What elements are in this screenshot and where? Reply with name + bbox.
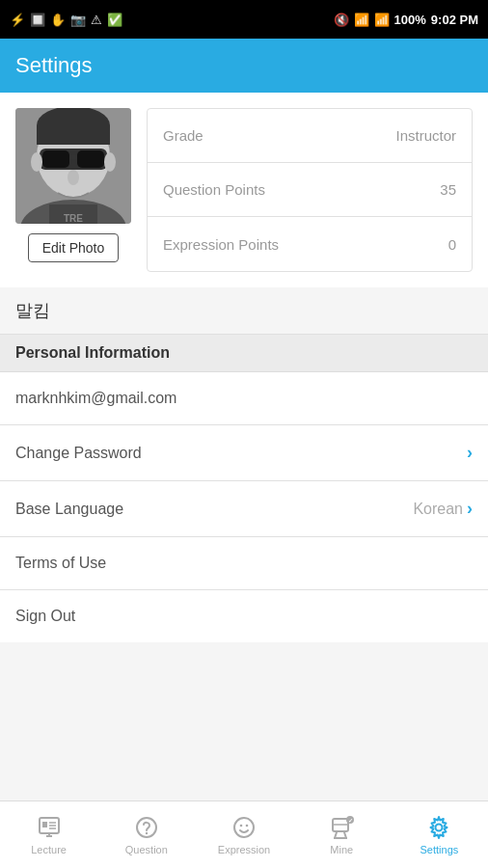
question-icon [134, 815, 159, 840]
terms-of-use-item[interactable]: Terms of Use [0, 537, 488, 590]
nav-item-question[interactable]: Question [97, 815, 195, 855]
status-icons: ⚡🔲✋📷⚠✅ [10, 13, 122, 27]
status-right: 🔇 📶 📶 100% 9:02 PM [334, 13, 478, 27]
expression-icon [231, 815, 257, 840]
profile-photo-col: TRE Edit Photo [15, 108, 131, 272]
svg-point-9 [68, 170, 79, 185]
email-text: marknhkim@gmail.com [15, 390, 176, 407]
stat-row-grade: Grade Instructor [148, 109, 472, 163]
svg-point-26 [246, 824, 249, 827]
stat-label-question-points: Question Points [163, 181, 265, 198]
app-bar: Settings [0, 39, 488, 93]
email-row: marknhkim@gmail.com [0, 372, 488, 425]
settings-icon [426, 815, 451, 840]
profile-photo: TRE [15, 108, 131, 224]
change-password-label: Change Password [15, 445, 142, 462]
mine-icon: ✓ [329, 815, 354, 840]
nav-item-lecture[interactable]: Lecture [0, 815, 97, 855]
username-text: 말킴 [15, 301, 50, 320]
lecture-label: Lecture [31, 844, 67, 855]
stat-value-expression-points: 0 [448, 236, 456, 253]
stat-label-grade: Grade [163, 127, 203, 144]
base-language-value: Korean [413, 501, 463, 518]
svg-point-23 [146, 831, 148, 833]
svg-rect-8 [69, 155, 77, 159]
svg-point-24 [234, 818, 254, 837]
sign-out-label: Sign Out [15, 608, 75, 625]
nav-item-mine[interactable]: ✓ Mine [293, 815, 391, 855]
stat-row-expression-points: Expression Points 0 [148, 217, 472, 271]
svg-point-25 [240, 824, 243, 827]
change-password-item[interactable]: Change Password › [0, 425, 488, 481]
expression-label: Expression [218, 844, 270, 855]
bottom-nav: Lecture Question Expression [0, 800, 488, 868]
lecture-icon [37, 815, 62, 840]
base-language-label: Base Language [15, 501, 123, 518]
edit-photo-button[interactable]: Edit Photo [28, 233, 120, 262]
svg-rect-7 [77, 150, 104, 168]
status-bar: ⚡🔲✋📷⚠✅ 🔇 📶 📶 100% 9:02 PM [0, 0, 488, 39]
svg-point-11 [104, 152, 116, 172]
stat-value-question-points: 35 [440, 181, 456, 198]
chevron-icon-password: › [467, 443, 473, 463]
settings-label: Settings [420, 844, 459, 855]
stat-label-expression-points: Expression Points [163, 236, 279, 253]
username-section: 말킴 [0, 287, 488, 335]
question-label: Question [125, 844, 168, 855]
svg-text:TRE: TRE [64, 213, 83, 224]
mine-label: Mine [330, 844, 353, 855]
base-language-right: Korean › [413, 499, 473, 519]
terms-of-use-label: Terms of Use [15, 555, 106, 572]
nav-item-expression[interactable]: Expression [195, 815, 292, 855]
time-text: 9:02 PM [431, 13, 478, 27]
list-section: marknhkim@gmail.com Change Password › Ba… [0, 372, 488, 642]
svg-text:✓: ✓ [348, 818, 353, 824]
profile-stats: Grade Instructor Question Points 35 Expr… [147, 108, 473, 272]
app-bar-title: Settings [15, 53, 93, 78]
stat-row-question-points: Question Points 35 [148, 163, 472, 217]
profile-section: TRE Edit Photo Grade Instructor Question… [0, 93, 488, 287]
profile-photo-svg: TRE [15, 108, 131, 224]
personal-info-header: Personal Information [0, 335, 488, 372]
svg-point-32 [436, 824, 443, 830]
battery-text: 100% [394, 13, 426, 27]
chevron-icon-language: › [467, 499, 473, 519]
stat-value-grade: Instructor [395, 127, 456, 144]
change-password-right: › [467, 443, 473, 463]
svg-rect-4 [37, 125, 110, 145]
nav-item-settings[interactable]: Settings [391, 815, 488, 855]
svg-point-10 [31, 152, 42, 172]
base-language-item[interactable]: Base Language Korean › [0, 481, 488, 537]
svg-rect-16 [42, 822, 47, 827]
sign-out-item[interactable]: Sign Out [0, 590, 488, 642]
svg-rect-6 [42, 150, 69, 168]
